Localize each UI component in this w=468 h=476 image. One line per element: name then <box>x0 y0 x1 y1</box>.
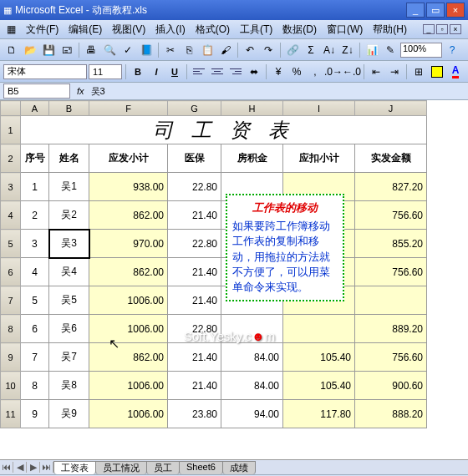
zoom-selector[interactable]: 100% <box>400 43 442 58</box>
col-header[interactable]: A <box>21 101 49 116</box>
font-size-selector[interactable]: 11 <box>89 64 122 79</box>
fx-icon[interactable]: fx <box>77 86 84 96</box>
row-header[interactable]: 5 <box>1 230 21 258</box>
cell[interactable]: 6 <box>21 315 49 343</box>
doc-restore-button[interactable]: ▫ <box>436 24 448 34</box>
align-right-button[interactable] <box>227 63 244 80</box>
cell[interactable]: 117.80 <box>283 400 355 428</box>
cell[interactable]: 1006.00 <box>89 372 168 400</box>
cut-button[interactable]: ✂ <box>162 42 179 58</box>
minimize-button[interactable]: _ <box>406 3 425 18</box>
font-color-button[interactable]: A <box>447 63 464 80</box>
align-left-button[interactable] <box>191 63 207 80</box>
doc-minimize-button[interactable]: _ <box>423 24 435 34</box>
bold-button[interactable]: B <box>130 63 146 80</box>
help-button[interactable]: ? <box>444 42 460 58</box>
inc-indent-button[interactable]: ⇥ <box>386 63 403 80</box>
cell[interactable]: 吴3 <box>49 230 89 258</box>
row-header[interactable]: 3 <box>1 173 21 201</box>
dec-decimal-button[interactable]: ←.0 <box>343 63 360 80</box>
cell[interactable]: 吴8 <box>49 372 89 400</box>
cell[interactable]: 827.20 <box>355 173 427 201</box>
cell[interactable]: 3 <box>21 230 49 258</box>
drawing-button[interactable]: ✎ <box>382 42 399 58</box>
tab-last-button[interactable]: ⏭ <box>40 462 53 473</box>
cell[interactable]: 855.20 <box>355 230 427 258</box>
research-button[interactable]: 📘 <box>138 42 155 58</box>
cell[interactable]: 吴5 <box>49 286 89 315</box>
sort-desc-button[interactable]: Z↓ <box>339 42 356 58</box>
cell[interactable]: 吴1 <box>49 173 89 201</box>
cell[interactable]: 105.40 <box>283 372 355 400</box>
borders-button[interactable]: ⊞ <box>410 63 427 80</box>
row-header[interactable]: 6 <box>1 258 21 286</box>
col-header[interactable]: H <box>221 101 283 116</box>
cell[interactable]: 5 <box>21 286 49 315</box>
row-header[interactable]: 8 <box>1 315 21 343</box>
cell[interactable]: 22.80 <box>168 230 221 258</box>
spell-button[interactable]: ✓ <box>120 42 136 58</box>
cell[interactable]: 1006.00 <box>89 286 168 315</box>
preview-button[interactable]: 🔍 <box>101 42 118 58</box>
row-header[interactable]: 9 <box>1 343 21 372</box>
menu-help[interactable]: 帮助(H) <box>373 23 407 37</box>
row-header[interactable]: 1 <box>1 116 21 144</box>
cell[interactable]: 862.00 <box>89 201 168 230</box>
cell[interactable] <box>283 315 355 343</box>
cell[interactable]: 吴2 <box>49 201 89 230</box>
permission-button[interactable]: 🖃 <box>58 42 75 58</box>
menu-tools[interactable]: 工具(T) <box>240 23 272 37</box>
chart-button[interactable]: 📊 <box>364 42 380 58</box>
cell[interactable]: 889.20 <box>355 315 427 343</box>
formula-value[interactable]: 吴3 <box>91 85 465 98</box>
cell[interactable]: 21.40 <box>168 372 221 400</box>
menu-edit[interactable]: 编辑(E) <box>69 23 102 37</box>
cell[interactable]: 1006.00 <box>89 315 168 343</box>
menu-file[interactable]: 文件(F) <box>26 23 58 37</box>
cell[interactable]: 1006.00 <box>89 400 168 428</box>
copy-button[interactable]: ⎘ <box>181 42 197 58</box>
percent-button[interactable]: % <box>288 63 305 80</box>
cell[interactable]: 4 <box>21 258 49 286</box>
cell[interactable] <box>355 286 427 315</box>
dec-indent-button[interactable]: ⇤ <box>368 63 384 80</box>
cell[interactable]: 9 <box>21 400 49 428</box>
menu-data[interactable]: 数据(D) <box>282 23 317 37</box>
col-header[interactable]: G <box>168 101 221 116</box>
cell[interactable]: 756.60 <box>355 258 427 286</box>
cell[interactable]: 21.40 <box>168 201 221 230</box>
format-painter-button[interactable]: 🖌 <box>217 42 234 58</box>
close-button[interactable]: × <box>446 3 465 18</box>
cell[interactable]: 94.00 <box>221 400 283 428</box>
cell[interactable]: 900.60 <box>355 372 427 400</box>
menu-view[interactable]: 视图(V) <box>112 23 145 37</box>
cell[interactable]: 862.00 <box>89 343 168 372</box>
cell[interactable]: 84.00 <box>221 372 283 400</box>
cell[interactable]: 938.00 <box>89 173 168 201</box>
paste-button[interactable]: 📋 <box>199 42 216 58</box>
cell[interactable]: 21.40 <box>168 343 221 372</box>
cell[interactable]: 吴7 <box>49 343 89 372</box>
select-all-corner[interactable] <box>1 101 21 116</box>
cell[interactable]: 22.80 <box>168 315 221 343</box>
cell[interactable] <box>221 315 283 343</box>
menu-window[interactable]: 窗口(W) <box>327 23 363 37</box>
sheet-tab[interactable]: 员工 <box>146 461 180 474</box>
comma-button[interactable]: , <box>307 63 323 80</box>
print-button[interactable]: 🖶 <box>83 42 99 58</box>
tab-prev-button[interactable]: ◀ <box>13 462 27 473</box>
cell[interactable]: 862.00 <box>89 258 168 286</box>
cell[interactable]: 1 <box>21 173 49 201</box>
doc-close-button[interactable]: × <box>450 24 461 34</box>
cell[interactable]: 22.80 <box>168 173 221 201</box>
inc-decimal-button[interactable]: .0→ <box>325 63 342 80</box>
cell[interactable]: 23.80 <box>168 400 221 428</box>
cell[interactable]: 7 <box>21 343 49 372</box>
row-header[interactable]: 2 <box>1 144 21 173</box>
autosum-button[interactable]: Σ <box>303 42 319 58</box>
cell[interactable]: 84.00 <box>221 343 283 372</box>
name-box[interactable]: B5 <box>3 84 70 99</box>
cell[interactable]: 2 <box>21 201 49 230</box>
font-name-selector[interactable]: 宋体 <box>3 64 87 79</box>
sheet-tab[interactable]: 员工情况 <box>95 461 147 474</box>
